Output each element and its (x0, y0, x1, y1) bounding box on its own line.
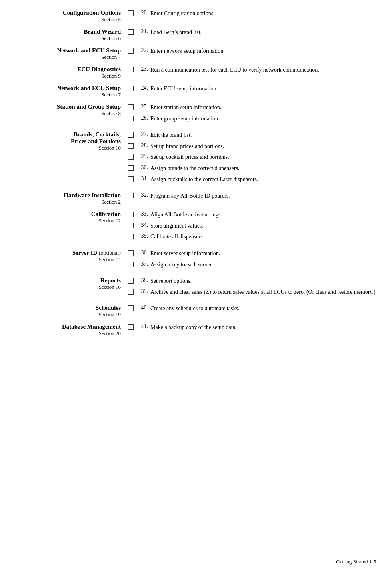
section-items-hardware-installation: 32.Program any All-Bottle ID pourers. (128, 190, 376, 209)
checkbox-network-ecu-setup-1-0[interactable] (128, 48, 134, 54)
section-row-calibration: CalibrationSection 1233.Align All-Bottle… (16, 209, 376, 248)
checklist-item-brands-cocktails-2: 29.Set up cocktail prices and portions. (128, 153, 376, 161)
section-label-schedules: SchedulesSection 19 (16, 303, 128, 322)
item-number-brands-cocktails-3: 30. (137, 164, 148, 171)
section-row-network-ecu-setup-2: Network and ECU SetupSection 724.Enter E… (16, 83, 376, 102)
checkbox-brands-cocktails-0[interactable] (128, 132, 134, 138)
section-title-station-group-setup: Station and Group Setup (57, 104, 121, 110)
section-row-brands-cocktails: Brands, Cocktails,Prices and PortionsSec… (16, 130, 376, 190)
checkbox-network-ecu-setup-2-0[interactable] (128, 86, 134, 91)
item-number-brands-cocktails-0: 27. (137, 131, 148, 138)
item-text-config-options-0: Enter Configuration options. (150, 10, 215, 18)
checkbox-calibration-0[interactable] (128, 212, 134, 217)
item-number-brands-cocktails-4: 31. (137, 176, 148, 182)
section-items-server-id: 36.Enter server setup information.37.Ass… (128, 248, 376, 276)
section-row-brand-wizard: Brand WizardSection 621.Load Berg’s bran… (16, 27, 376, 46)
section-title-brands-cocktails: Brands, Cocktails,Prices and Portions (71, 131, 121, 144)
item-number-schedules-0: 40. (137, 305, 148, 311)
checkbox-server-id-0[interactable] (128, 250, 134, 256)
section-label-server-id: Server ID (optional)Section 14 (16, 248, 128, 276)
item-number-calibration-2: 35. (137, 233, 148, 239)
item-text-brands-cocktails-3: Assign brands to the correct dispensers. (150, 164, 239, 172)
checklist-item-calibration-2: 35.Calibrate all dispensers. (128, 233, 376, 241)
item-text-brands-cocktails-1: Set up brand prices and portions. (150, 142, 224, 150)
item-number-brand-wizard-0: 21. (137, 28, 148, 35)
item-number-calibration-0: 33. (137, 211, 148, 217)
checklist-item-brand-wizard-0: 21.Load Berg’s brand list. (128, 28, 376, 36)
section-title-brand-wizard: Brand Wizard (84, 28, 121, 35)
section-label-network-ecu-setup-2: Network and ECU SetupSection 7 (16, 83, 128, 102)
section-label-reports: ReportsSection 16 (16, 276, 128, 303)
section-title-network-ecu-setup-1: Network and ECU Setup (57, 47, 121, 54)
checkbox-brands-cocktails-1[interactable] (128, 143, 134, 149)
item-text-calibration-1: Store alignment values. (150, 222, 203, 230)
checkbox-schedules-0[interactable] (128, 305, 134, 311)
checklist-item-config-options-0: 20.Enter Configuration options. (128, 10, 376, 18)
checkbox-station-group-setup-1[interactable] (128, 116, 134, 121)
section-title-hardware-installation: Hardware Installation (64, 192, 121, 198)
section-sub-config-options: Section 5 (16, 16, 121, 23)
checkbox-brands-cocktails-4[interactable] (128, 176, 134, 182)
section-sub-ecu-diagnostics: Section 9 (16, 73, 121, 79)
section-items-network-ecu-setup-1: 22.Enter network setup information. (128, 46, 376, 64)
checklist-item-ecu-diagnostics-0: 23.Run a communication test for each ECU… (128, 66, 376, 74)
item-text-brand-wizard-0: Load Berg’s brand list. (150, 28, 202, 36)
item-text-calibration-2: Calibrate all dispensers. (150, 233, 204, 241)
section-title-ecu-diagnostics: ECU Diagnostics (77, 66, 121, 72)
checkbox-brands-cocktails-2[interactable] (128, 154, 134, 160)
section-sub-reports: Section 16 (16, 284, 121, 290)
item-text-reports-0: Set report options. (150, 277, 192, 285)
checkbox-server-id-1[interactable] (128, 262, 134, 267)
section-label-config-options: Configuration OptionsSection 5 (16, 8, 128, 27)
checklist-item-brands-cocktails-1: 28.Set up brand prices and portions. (128, 142, 376, 150)
checklist-item-brands-cocktails-3: 30.Assign brands to the correct dispense… (128, 164, 376, 172)
item-text-network-ecu-setup-1-0: Enter network setup information. (150, 47, 225, 55)
checkbox-ecu-diagnostics-0[interactable] (128, 67, 134, 72)
page-content: Configuration OptionsSection 520.Enter C… (16, 8, 376, 341)
section-items-ecu-diagnostics: 23.Run a communication test for each ECU… (128, 64, 376, 83)
checkbox-station-group-setup-0[interactable] (128, 104, 134, 110)
checklist-item-database-management-0: 41.Make a backup copy of the setup data. (128, 323, 376, 331)
section-title-reports: Reports (100, 277, 121, 284)
item-text-database-management-0: Make a backup copy of the setup data. (150, 323, 236, 331)
section-sub-calibration: Section 12 (16, 218, 121, 224)
checkbox-calibration-2[interactable] (128, 234, 134, 239)
checkbox-reports-1[interactable] (128, 289, 134, 295)
section-sub-brands-cocktails: Section 10 (16, 145, 121, 151)
checkbox-calibration-1[interactable] (128, 223, 134, 228)
section-title-calibration: Calibration (91, 211, 121, 217)
item-text-network-ecu-setup-2-0: Enter ECU setup information. (150, 85, 218, 93)
item-text-server-id-1: Assign a key to each server. (150, 261, 213, 269)
item-number-ecu-diagnostics-0: 23. (137, 66, 148, 72)
item-number-config-options-0: 20. (137, 10, 148, 16)
checkbox-database-management-0[interactable] (128, 324, 134, 330)
section-items-database-management: 41.Make a backup copy of the setup data. (128, 322, 376, 341)
section-items-schedules: 40.Create any schedules to automate task… (128, 303, 376, 322)
checklist-item-station-group-setup-0: 25.Enter station setup information. (128, 104, 376, 112)
checkbox-config-options-0[interactable] (128, 10, 134, 16)
section-items-network-ecu-setup-2: 24.Enter ECU setup information. (128, 83, 376, 102)
section-sub-network-ecu-setup-2: Section 7 (16, 92, 121, 98)
checkbox-brands-cocktails-3[interactable] (128, 165, 134, 171)
section-label-database-management: Database ManagementSection 20 (16, 322, 128, 341)
checklist-item-network-ecu-setup-2-0: 24.Enter ECU setup information. (128, 85, 376, 93)
section-sub-brand-wizard: Section 6 (16, 35, 121, 42)
checklist-item-brands-cocktails-4: 31.Assign cocktails to the correct Laser… (128, 176, 376, 184)
checkbox-reports-0[interactable] (128, 278, 134, 284)
item-number-network-ecu-setup-1-0: 22. (137, 47, 148, 54)
item-number-brands-cocktails-2: 29. (137, 153, 148, 160)
item-text-station-group-setup-1: Enter group setup information. (150, 115, 220, 123)
item-number-reports-1: 39. (137, 288, 148, 295)
section-label-calibration: CalibrationSection 12 (16, 209, 128, 248)
section-row-schedules: SchedulesSection 1940.Create any schedul… (16, 303, 376, 322)
section-label-brand-wizard: Brand WizardSection 6 (16, 27, 128, 46)
checkbox-hardware-installation-0[interactable] (128, 193, 134, 198)
section-row-config-options: Configuration OptionsSection 520.Enter C… (16, 8, 376, 27)
checkbox-brand-wizard-0[interactable] (128, 29, 134, 35)
item-text-brands-cocktails-4: Assign cocktails to the correct Laser di… (150, 176, 258, 184)
item-text-calibration-0: Align All-Bottle activator rings. (150, 211, 222, 219)
checklist-item-server-id-1: 37.Assign a key to each server. (128, 261, 376, 269)
section-row-station-group-setup: Station and Group SetupSection 825.Enter… (16, 102, 376, 130)
section-sub-station-group-setup: Section 8 (16, 110, 121, 117)
item-text-brands-cocktails-0: Edit the brand list. (150, 131, 192, 139)
